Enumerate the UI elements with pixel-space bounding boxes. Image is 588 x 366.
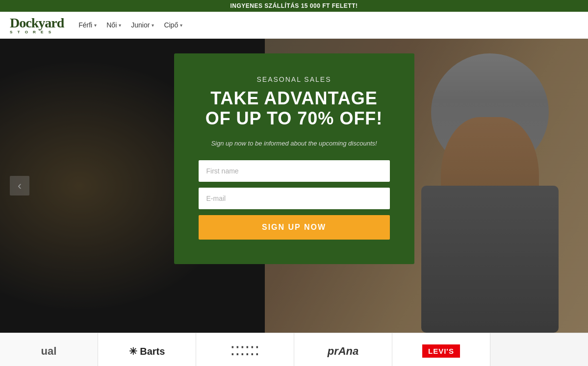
brand-item-ual[interactable]: ual: [0, 333, 98, 366]
popup-title: TAKE ADVANTAGE OF UP TO 70% OFF!: [199, 88, 390, 129]
nav-label-noi: Női: [106, 21, 117, 29]
brand-item-empty: [490, 333, 588, 366]
first-name-input[interactable]: [199, 160, 390, 182]
nav-label-junior: Junior: [131, 21, 150, 29]
top-banner: INGYENES SZÁLLÍTÁS 15 000 FT FELETT!: [0, 0, 588, 12]
sign-up-button[interactable]: SIGN UP NOW: [199, 215, 390, 240]
email-input[interactable]: [199, 188, 390, 209]
brand-item-barts[interactable]: ✳ Barts: [98, 333, 196, 366]
chevron-down-icon: ▾: [119, 23, 121, 28]
brand-label-ual: ual: [41, 345, 57, 358]
header: Dockyard S T O R E S Férfi ▾ Női ▾ Junio…: [0, 12, 588, 39]
popup-description: Sign up now to be informed about the upc…: [199, 139, 390, 148]
nav-item-ferfi[interactable]: Férfi ▾: [78, 21, 97, 29]
brand-label-prana: prAna: [328, 345, 359, 358]
brand-item-prana[interactable]: prAna: [294, 333, 392, 366]
logo[interactable]: Dockyard S T O R E S: [10, 16, 64, 34]
chevron-down-icon: ▾: [152, 23, 154, 28]
banner-text: INGYENES SZÁLLÍTÁS 15 000 FT FELETT!: [230, 2, 358, 9]
brand-label-levis: LEVI'S: [422, 344, 460, 358]
logo-sub: S T O R E S: [10, 30, 64, 34]
main-nav: Férfi ▾ Női ▾ Junior ▾ Cipő ▾: [78, 21, 182, 29]
brand-label-barts: ✳ Barts: [129, 345, 165, 357]
popup-subtitle: SEASONAL SALES: [199, 75, 390, 83]
brand-item-levis[interactable]: LEVI'S: [392, 333, 490, 366]
popup-overlay: SEASONAL SALES TAKE ADVANTAGE OF UP TO 7…: [0, 39, 588, 333]
popup-modal: SEASONAL SALES TAKE ADVANTAGE OF UP TO 7…: [174, 53, 414, 264]
brands-bar: ual ✳ Barts ⁚⁚⁚⁚⁚⁚ prAna LEVI'S: [0, 333, 588, 366]
nav-item-cipo[interactable]: Cipő ▾: [164, 21, 182, 29]
nav-label-ferfi: Férfi: [78, 21, 92, 29]
hero-section: ‹ SEASONAL SALES TAKE ADVANTAGE OF UP TO…: [0, 39, 588, 333]
nav-item-junior[interactable]: Junior ▾: [131, 21, 154, 29]
logo-main: Dockyard: [10, 16, 64, 30]
brand-item-dots[interactable]: ⁚⁚⁚⁚⁚⁚: [196, 333, 294, 366]
nav-label-cipo: Cipő: [164, 21, 178, 29]
chevron-down-icon: ▾: [94, 23, 97, 28]
nav-item-noi[interactable]: Női ▾: [106, 21, 121, 29]
chevron-down-icon: ▾: [180, 23, 182, 28]
brand-label-dots: ⁚⁚⁚⁚⁚⁚: [230, 344, 260, 358]
